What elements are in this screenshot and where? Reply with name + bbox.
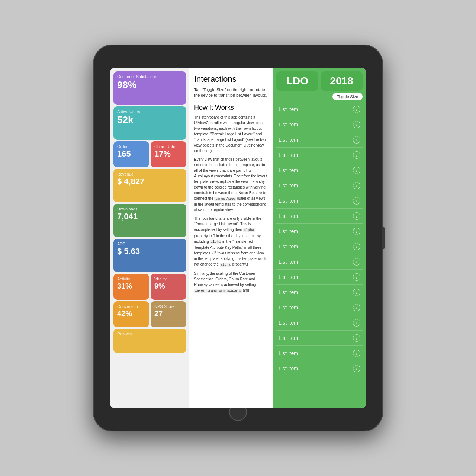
list-item-text: List Item: [279, 335, 298, 341]
list-item: List Itemi: [276, 315, 363, 331]
card-revenue: Revenue $ 4,827: [113, 169, 186, 202]
info-icon[interactable]: i: [353, 289, 360, 296]
info-icon[interactable]: i: [353, 273, 360, 281]
card-value: 98%: [117, 80, 183, 90]
info-icon[interactable]: i: [353, 319, 360, 327]
metric-row-conversion-nps: Conversion 42% NPS Score 27: [113, 301, 186, 327]
list-item-text: List Item: [279, 244, 298, 250]
list-item-text: List Item: [279, 106, 298, 112]
badge-ldo: LDO: [276, 71, 318, 91]
interactions-title: Interactions: [194, 74, 268, 84]
card-value: 42%: [117, 309, 145, 318]
badge-year: 2018: [321, 71, 363, 91]
card-value: 7,041: [117, 212, 183, 221]
toggle-size-button[interactable]: Toggle Size: [332, 93, 363, 100]
info-icon[interactable]: i: [353, 258, 360, 266]
list-item-text: List Item: [279, 274, 298, 280]
card-value: 52k: [117, 115, 183, 125]
metric-row-orders-churn: Orders 165 Churn Rate 17%: [113, 141, 186, 167]
how-it-works-title: How It Works: [194, 104, 268, 112]
card-label: Revenue: [117, 172, 183, 176]
info-icon[interactable]: i: [353, 350, 360, 357]
list-scroll[interactable]: List ItemiList ItemiList ItemiList Itemi…: [273, 102, 366, 408]
card-virality: Virality 9%: [151, 274, 186, 300]
info-icon[interactable]: i: [353, 151, 360, 159]
middle-panel: Interactions Tap "Toggle Size" on the ri…: [189, 68, 273, 408]
info-icon[interactable]: i: [353, 197, 360, 205]
list-item-text: List Item: [279, 228, 298, 234]
list-item: List Itemi: [276, 239, 363, 254]
info-icon[interactable]: i: [353, 121, 360, 128]
info-icon[interactable]: i: [353, 136, 360, 144]
right-panel: LDO 2018 Toggle Size List ItemiList Item…: [273, 68, 366, 408]
list-item: List Itemi: [276, 346, 363, 361]
list-item: List Itemi: [276, 148, 363, 163]
card-value: 165: [117, 149, 145, 158]
tablet-device: Customer Satisfaction 98% Active Users 5…: [93, 45, 383, 431]
card-value: $ 5.63: [117, 247, 183, 256]
card-orders: Orders 165: [113, 141, 149, 167]
card-label: Active Users: [117, 109, 183, 114]
list-item: List Itemi: [276, 102, 363, 117]
list-item-text: List Item: [279, 350, 298, 356]
right-panel-header: LDO 2018: [273, 68, 366, 91]
info-icon[interactable]: i: [353, 167, 360, 174]
list-item-text: List Item: [279, 305, 298, 311]
list-item: List Itemi: [276, 270, 363, 285]
info-icon[interactable]: i: [353, 182, 360, 189]
left-panel: Customer Satisfaction 98% Active Users 5…: [110, 68, 189, 408]
card-label: NPS Score: [154, 304, 183, 309]
card-label: Downloads: [117, 207, 183, 211]
info-icon[interactable]: i: [353, 365, 360, 372]
card-label: ARPU: [117, 242, 183, 246]
card-arpu: ARPU $ 5.63: [113, 239, 186, 272]
info-icon[interactable]: i: [353, 243, 360, 250]
info-icon[interactable]: i: [353, 304, 360, 311]
how-it-works-body: The storyboard of this app contains a UI…: [194, 115, 268, 294]
card-label: Customer Satisfaction: [117, 74, 183, 79]
card-label: Virality: [154, 277, 183, 281]
card-downloads: Downloads 7,041: [113, 204, 186, 237]
list-item-text: List Item: [279, 320, 298, 326]
list-item-text: List Item: [279, 122, 298, 128]
card-activity: Activity 31%: [113, 274, 149, 300]
info-icon[interactable]: i: [353, 212, 360, 220]
list-item-text: List Item: [279, 213, 298, 219]
tablet-side-button[interactable]: [382, 227, 385, 249]
list-item-text: List Item: [279, 366, 298, 372]
card-active-users: Active Users 52k: [113, 106, 186, 140]
card-label: Churn Rate: [154, 144, 183, 149]
list-item-text: List Item: [279, 259, 298, 265]
card-runway: Runway: [113, 329, 186, 353]
card-label: Runway: [117, 332, 183, 336]
list-item: List Itemi: [276, 132, 363, 148]
list-item-text: List Item: [279, 183, 298, 189]
tablet-screen: Customer Satisfaction 98% Active Users 5…: [110, 68, 366, 408]
list-item: List Itemi: [276, 285, 363, 300]
list-item: List Itemi: [276, 209, 363, 224]
info-icon[interactable]: i: [353, 334, 360, 342]
list-item: List Itemi: [276, 193, 363, 209]
card-churn-rate: Churn Rate 17%: [151, 141, 186, 167]
list-item: List Itemi: [276, 300, 363, 315]
card-conversion: Conversion 42%: [113, 301, 149, 327]
info-icon[interactable]: i: [353, 106, 360, 113]
list-item-text: List Item: [279, 137, 298, 143]
card-nps-score: NPS Score 27: [151, 301, 186, 327]
card-label: Conversion: [117, 304, 145, 309]
interactions-description: Tap "Toggle Size" on the right, or rotat…: [194, 87, 268, 99]
toggle-bar: Toggle Size: [273, 91, 366, 102]
card-customer-satisfaction: Customer Satisfaction 98%: [113, 71, 186, 105]
metric-row-activity-virality: Activity 31% Virality 9%: [113, 274, 186, 300]
list-item: List Itemi: [276, 163, 363, 178]
list-item: List Itemi: [276, 178, 363, 193]
card-value: 31%: [117, 282, 145, 290]
list-item-text: List Item: [279, 289, 298, 295]
list-item: List Itemi: [276, 117, 363, 132]
card-value: $ 4,827: [117, 177, 183, 186]
card-value: 27: [154, 309, 183, 318]
list-item: List Itemi: [276, 331, 363, 346]
list-item: List Itemi: [276, 254, 363, 270]
info-icon[interactable]: i: [353, 228, 360, 235]
card-value: 17%: [154, 149, 183, 158]
